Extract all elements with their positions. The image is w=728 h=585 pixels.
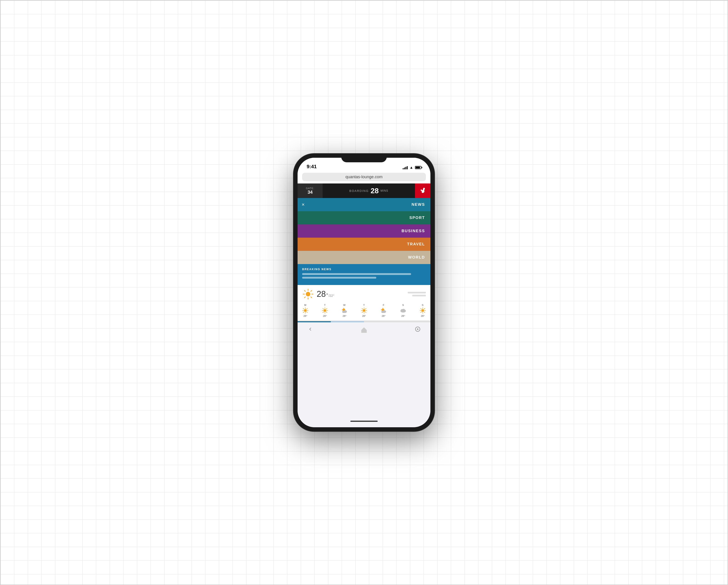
forecast-day-label-thu: T (363, 304, 365, 306)
nav-item-news[interactable]: × NEWS (297, 198, 431, 211)
nav-item-travel[interactable]: TRAVEL (297, 238, 431, 251)
bottom-nav (297, 322, 431, 336)
weather-description (337, 292, 426, 296)
nav-menu: × NEWS SPORT BUSINESS TRAVEL WORLD (297, 198, 431, 264)
forecast-temp-tue: 28° (323, 314, 327, 317)
svg-point-49 (402, 309, 405, 311)
close-icon[interactable]: × (302, 202, 305, 207)
scroll-seg-2 (331, 321, 364, 322)
forecast-row: M 28° T 28° (302, 304, 426, 317)
svg-line-26 (326, 308, 327, 309)
battery-icon (415, 166, 421, 169)
scroll-indicator (297, 321, 431, 322)
qantas-logo (415, 183, 431, 198)
home-silhouette (358, 325, 370, 334)
boarding-mins: MINS (381, 189, 388, 192)
svg-line-58 (421, 312, 421, 312)
svg-line-55 (421, 308, 421, 309)
forecast-day-tue: T 28° (322, 304, 328, 317)
svg-line-40 (365, 308, 366, 309)
scene: 9:41 ▲ quantas-lounge.com GATE: (0, 0, 728, 585)
gate-section: GATE: 34 (297, 183, 322, 198)
current-temp: 28 (317, 289, 326, 299)
svg-line-27 (323, 312, 323, 312)
svg-line-15 (303, 308, 304, 309)
forecast-sun-tue (322, 307, 328, 314)
forecast-partly-fri (381, 307, 387, 314)
forecast-day-label-sun: S (422, 304, 424, 306)
nav-label-world: WORLD (408, 255, 425, 260)
nav-label-travel: TRAVEL (407, 242, 425, 247)
svg-line-7 (311, 290, 312, 291)
forecast-temp-thu: 28° (362, 314, 366, 317)
nav-item-business[interactable]: BUSINESS (297, 224, 431, 238)
svg-line-39 (365, 312, 366, 312)
boarding-time: 28 (371, 187, 379, 195)
forward-icon[interactable] (414, 326, 421, 333)
breaking-news-section: BREAKING NEWS (297, 264, 431, 285)
forecast-temp-sat: 28° (401, 314, 405, 317)
url-bar[interactable]: quantas-lounge.com (297, 171, 431, 183)
home-indicator (350, 421, 378, 422)
sun-icon (302, 288, 314, 300)
scroll-bar (297, 321, 431, 322)
phone-screen: 9:41 ▲ quantas-lounge.com GATE: (297, 158, 431, 427)
scroll-seg-3 (364, 321, 431, 322)
sun-svg (302, 288, 314, 300)
svg-line-38 (362, 308, 363, 309)
svg-line-24 (323, 308, 323, 309)
svg-point-33 (363, 309, 365, 312)
content-area: × NEWS SPORT BUSINESS TRAVEL WORLD (297, 198, 431, 427)
forecast-day-label-sat: S (402, 304, 404, 306)
scroll-seg-1 (297, 321, 331, 322)
svg-line-57 (424, 308, 425, 309)
svg-point-10 (304, 309, 307, 312)
svg-line-8 (304, 297, 305, 298)
nav-label-business: BUSINESS (401, 229, 425, 233)
svg-line-5 (304, 290, 305, 291)
boarding-section: BOARDING 28 MINS (322, 183, 415, 198)
weather-section: 28 ° /22° M (297, 285, 431, 321)
svg-line-41 (362, 312, 363, 312)
forecast-day-sun: S 28° (419, 304, 426, 317)
boarding-label: BOARDING (349, 189, 369, 193)
temp-low: /22° (329, 294, 334, 298)
svg-point-0 (424, 188, 425, 189)
signal-icon (403, 166, 408, 169)
forecast-temp-sun: 28° (421, 314, 425, 317)
svg-point-32 (342, 311, 345, 313)
svg-point-9 (306, 292, 310, 296)
url-input[interactable]: quantas-lounge.com (302, 173, 426, 181)
gate-label: GATE: (306, 187, 314, 189)
svg-line-25 (326, 312, 327, 312)
forecast-day-label-mon: M (304, 304, 307, 306)
wifi-icon: ▲ (410, 166, 413, 170)
forecast-day-label-tue: T (324, 304, 326, 306)
breaking-news-line-2 (302, 277, 376, 279)
forecast-sun-mon (302, 307, 309, 314)
nav-item-sport[interactable]: SPORT (297, 211, 431, 224)
gate-number: 34 (308, 189, 313, 195)
nav-label-sport: SPORT (409, 215, 425, 220)
svg-line-56 (424, 312, 425, 312)
kangaroo-icon (419, 187, 427, 195)
forecast-day-fri: F 28° (381, 304, 387, 317)
temp-degree: ° (326, 293, 328, 298)
weather-desc-line-1 (408, 292, 426, 294)
back-icon[interactable] (307, 326, 314, 333)
forecast-partly-wed (341, 307, 347, 314)
svg-line-16 (307, 312, 307, 312)
forecast-temp-mon: 28° (304, 314, 307, 317)
svg-line-18 (303, 312, 304, 312)
forecast-temp-fri: 28° (382, 314, 386, 317)
forecast-sun-thu (361, 307, 367, 314)
svg-point-46 (381, 311, 384, 313)
svg-point-19 (323, 309, 326, 312)
forecast-day-label-wed: W (343, 304, 346, 306)
forecast-temp-wed: 28° (343, 314, 346, 317)
app-header: GATE: 34 BOARDING 28 MINS (297, 183, 431, 198)
phone-notch (341, 154, 387, 162)
breaking-news-line-1 (302, 273, 411, 275)
forecast-day-sat: S 28° (400, 304, 406, 317)
nav-item-world[interactable]: WORLD (297, 251, 431, 264)
